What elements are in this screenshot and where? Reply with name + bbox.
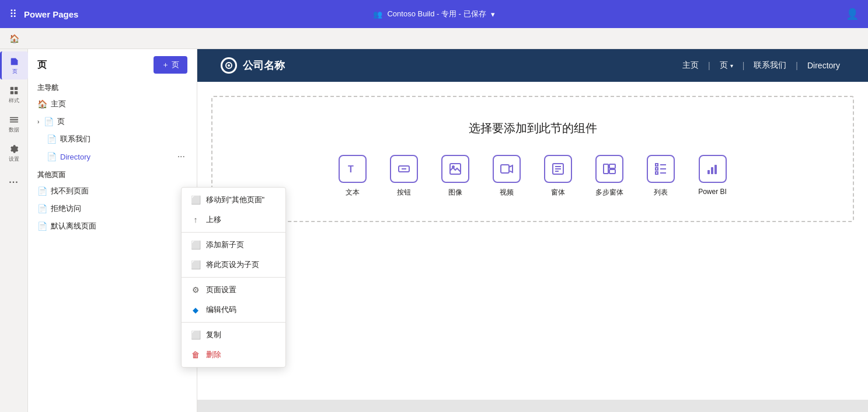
menu-item-move-other[interactable]: ⬜ 移动到"其他页面" [182, 190, 285, 210]
delete-icon: 🗑 [191, 350, 200, 359]
menu-item-edit-code[interactable]: ◆ 编辑代码 [182, 300, 285, 320]
comp-item-text[interactable]: T 文本 [339, 155, 367, 198]
menu-copy-label: 复制 [206, 330, 221, 340]
nav-item-pages-group[interactable]: › 📄 页 [28, 113, 197, 130]
nav-sep-1: | [708, 61, 710, 70]
add-child-icon: ⬜ [191, 240, 200, 250]
chevron-icon: › [37, 119, 39, 125]
nav-item-offline[interactable]: 📄 默认离线页面 [28, 217, 197, 235]
comp-label-image: 图像 [448, 188, 462, 198]
nav-pages-label: 页 [57, 116, 65, 127]
grid-icon[interactable]: ⠿ [9, 8, 17, 20]
page-icon-access: 📄 [37, 204, 47, 213]
menu-divider-1 [182, 232, 285, 233]
page-icon: 📄 [44, 117, 54, 126]
comp-item-image[interactable]: 图像 [441, 155, 469, 198]
page-icon-directory: 📄 [47, 152, 57, 161]
nav-item-access-denied[interactable]: 📄 拒绝访问 [28, 200, 197, 217]
canvas-area: 公司名称 主页 | 页 | 联系我们 | Directory 选择要添加到此节的… [197, 49, 868, 412]
user-icon: 👤 [846, 8, 859, 20]
comp-label-video: 视频 [500, 188, 514, 198]
comp-icon-form [544, 155, 572, 183]
menu-divider-3 [182, 322, 285, 323]
move-other-icon: ⬜ [191, 195, 200, 205]
svg-rect-20 [609, 164, 615, 168]
add-page-button[interactable]: ＋ 页 [154, 56, 187, 74]
svg-point-8 [228, 64, 230, 67]
comp-label-list: 列表 [654, 188, 668, 198]
svg-rect-2 [10, 91, 13, 94]
site-nav-contact[interactable]: 联系我们 [749, 58, 791, 73]
other-pages-section-label: 其他页面 [28, 165, 197, 182]
comp-item-form[interactable]: 窗体 [544, 155, 572, 198]
site-nav-home[interactable]: 主页 [678, 58, 703, 73]
workspace-icon: 👥 [373, 10, 382, 19]
comp-item-multistep[interactable]: 多步窗体 [595, 155, 623, 198]
breadcrumb-bar: 🏠 [0, 28, 868, 49]
menu-item-move-up[interactable]: ↑ 上移 [182, 210, 285, 230]
menu-item-set-subpage[interactable]: ⬜ 将此页设为子页 [182, 255, 285, 275]
menu-add-child-label: 添加新子页 [206, 240, 244, 250]
menu-item-settings[interactable]: ⚙ 页面设置 [182, 280, 285, 300]
svg-rect-3 [14, 91, 17, 94]
site-nav-links: 主页 | 页 | 联系我们 | Directory [678, 58, 845, 73]
user-avatar[interactable]: 👤 [846, 8, 859, 20]
nav-item-contact[interactable]: 📄 联系我们 [28, 130, 197, 148]
svg-rect-1 [14, 86, 17, 89]
menu-move-up-label: 上移 [206, 214, 221, 225]
nav-404-label: 找不到页面 [51, 186, 89, 196]
rail-item-data[interactable]: 数据 [0, 110, 28, 138]
rail-item-settings[interactable]: 设置 [0, 139, 28, 167]
menu-edit-code-label: 编辑代码 [206, 304, 236, 315]
nav-sep-3: | [796, 61, 798, 70]
home-breadcrumb[interactable]: 🏠 [9, 34, 19, 43]
main-layout: 页 样式 数据 设置 ··· 页 ＋ 页 主导航 🏠 主页 [0, 49, 868, 412]
icon-rail: 页 样式 数据 设置 ··· [0, 49, 28, 412]
svg-rect-6 [9, 121, 18, 122]
comp-icon-button [390, 155, 418, 183]
site-logo: 公司名称 [221, 57, 285, 74]
copy-icon: ⬜ [191, 330, 200, 340]
comp-label-form: 窗体 [551, 188, 565, 198]
rail-item-styles[interactable]: 样式 [0, 81, 28, 109]
site-navigation: 公司名称 主页 | 页 | 联系我们 | Directory [197, 49, 868, 82]
site-nav-pages[interactable]: 页 [715, 58, 738, 73]
sidebar: 页 ＋ 页 主导航 🏠 主页 › 📄 页 📄 联系我们 📄 Directory … [28, 49, 197, 412]
component-picker-title: 选择要添加到此节的组件 [469, 120, 597, 136]
svg-rect-4 [9, 117, 18, 118]
nav-item-home[interactable]: 🏠 主页 [28, 95, 197, 113]
component-icons-row: T 文本 按钮 [339, 155, 727, 198]
rail-item-more[interactable]: ··· [0, 168, 28, 196]
rail-item-pages[interactable]: 页 [0, 51, 28, 79]
nav-item-directory[interactable]: 📄 Directory ··· [28, 148, 197, 165]
svg-rect-14 [501, 165, 509, 173]
nav-sep-2: | [742, 61, 745, 70]
page-icon-offline: 📄 [37, 221, 47, 231]
context-menu: ⬜ 移动到"其他页面" ↑ 上移 ⬜ 添加新子页 ⬜ 将此页设为子页 ⚙ 页面设… [181, 187, 286, 368]
workspace-dropdown-icon[interactable]: ▾ [491, 10, 495, 19]
nav-item-404[interactable]: 📄 找不到页面 [28, 182, 197, 200]
comp-item-powerbi[interactable]: Power BI [698, 155, 727, 196]
workspace-label: 👥 Contoso Build - 专用 - 已保存 ▾ [373, 9, 494, 19]
menu-item-copy[interactable]: ⬜ 复制 [182, 325, 285, 345]
main-nav-section-label: 主导航 [28, 78, 197, 95]
menu-item-delete[interactable]: 🗑 删除 [182, 345, 285, 365]
comp-label-button: 按钮 [397, 188, 411, 198]
comp-item-video[interactable]: 视频 [493, 155, 521, 198]
comp-icon-text: T [339, 155, 367, 183]
menu-set-subpage-label: 将此页设为子页 [206, 259, 259, 270]
svg-rect-29 [711, 167, 713, 174]
comp-item-button[interactable]: 按钮 [390, 155, 418, 198]
comp-item-list[interactable]: 列表 [647, 155, 675, 198]
svg-rect-5 [9, 119, 18, 120]
directory-more-button[interactable]: ··· [175, 151, 187, 162]
menu-item-add-child[interactable]: ⬜ 添加新子页 [182, 235, 285, 255]
site-nav-directory[interactable]: Directory [803, 58, 845, 72]
comp-icon-powerbi [699, 155, 727, 183]
website-preview: 公司名称 主页 | 页 | 联系我们 | Directory 选择要添加到此节的… [197, 49, 868, 400]
nav-directory-label: Directory [60, 153, 90, 161]
nav-contact-label: 联系我们 [60, 134, 90, 144]
menu-delete-label: 删除 [206, 349, 221, 360]
svg-rect-28 [707, 170, 710, 174]
comp-icon-video [493, 155, 521, 183]
